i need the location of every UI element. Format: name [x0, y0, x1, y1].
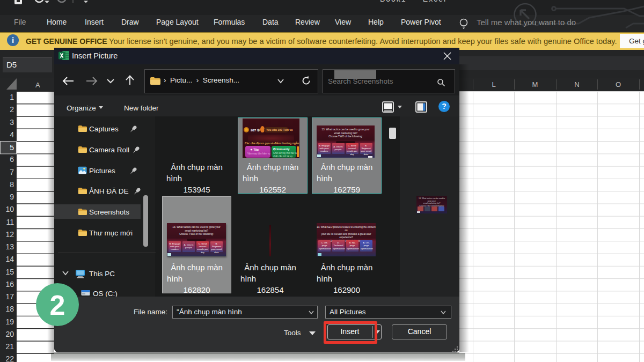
- svg-text:17: 17: [5, 292, 14, 301]
- svg-text:20: 20: [5, 330, 14, 338]
- svg-text:10: 10: [5, 205, 14, 213]
- svg-text:7: 7: [10, 168, 14, 176]
- svg-text:22: 22: [5, 354, 14, 362]
- svg-text:1: 1: [10, 93, 14, 101]
- svg-text:21: 21: [5, 342, 14, 351]
- svg-text:2: 2: [10, 105, 14, 114]
- svg-text:12: 12: [5, 230, 14, 239]
- svg-text:M: M: [532, 80, 538, 88]
- svg-text:13: 13: [5, 242, 14, 251]
- svg-text:16: 16: [5, 280, 14, 289]
- svg-text:5: 5: [10, 143, 14, 152]
- svg-text:6: 6: [10, 155, 14, 164]
- svg-text:9: 9: [10, 193, 14, 201]
- svg-text:14: 14: [5, 255, 14, 263]
- svg-text:11: 11: [6, 218, 14, 226]
- svg-text:L: L: [492, 80, 495, 88]
- svg-text:8: 8: [10, 180, 14, 189]
- svg-text:O: O: [616, 80, 621, 88]
- svg-text:15: 15: [5, 268, 14, 276]
- svg-text:19: 19: [5, 317, 14, 326]
- svg-text:4: 4: [10, 130, 14, 139]
- svg-text:18: 18: [5, 305, 14, 313]
- svg-text:3: 3: [10, 118, 14, 127]
- svg-text:N: N: [574, 80, 579, 88]
